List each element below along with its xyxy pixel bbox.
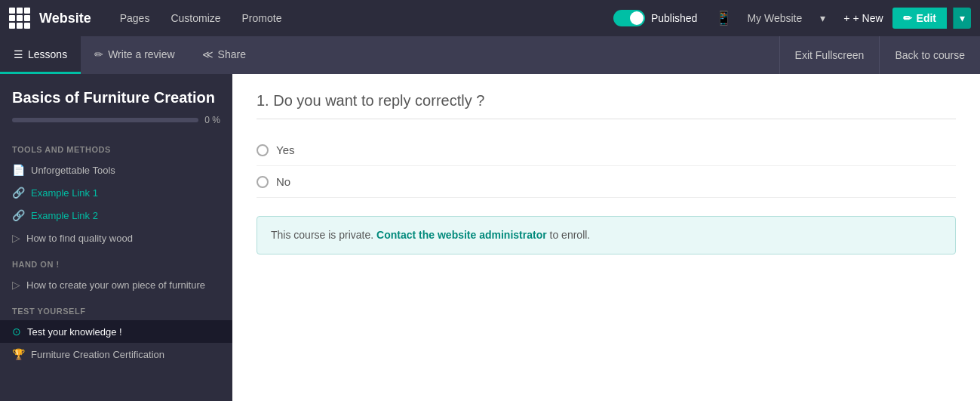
private-notice-text-after: to enroll.	[547, 229, 591, 241]
trophy-icon: 🏆	[12, 348, 25, 360]
edit-label: Edit	[917, 12, 936, 24]
sidebar: Basics of Furniture Creation 0 % TOOLS A…	[0, 74, 232, 401]
exit-fullscreen-label: Exit Fullscreen	[795, 49, 865, 61]
contact-admin-link[interactable]: Contact the website administrator	[376, 229, 547, 241]
tab-share-label: Share	[218, 48, 246, 60]
tab-lessons[interactable]: ☰ Lessons	[0, 36, 81, 74]
item-label: Example Link 1	[31, 187, 98, 199]
published-toggle-group: Published	[613, 10, 698, 26]
item-label: Unforgettable Tools	[31, 165, 115, 176]
secondary-nav-tabs: ☰ Lessons ✏ Write a review ≪ Share	[0, 36, 260, 74]
progress-bar-background	[12, 118, 198, 122]
new-label: + New	[853, 12, 883, 24]
sidebar-item-how-to-create-furniture[interactable]: ▷ How to create your own piece of furnit…	[0, 273, 232, 296]
sidebar-item-example-link-2[interactable]: 🔗 Example Link 2	[0, 204, 232, 227]
private-notice: This course is private. Contact the webs…	[257, 216, 956, 254]
question-body-text: Do you want to reply correctly ?	[273, 92, 484, 109]
my-website-chevron-icon[interactable]: ▾	[820, 12, 825, 24]
back-to-course-label: Back to course	[895, 49, 965, 61]
nav-links: Pages Customize Promote	[109, 0, 293, 36]
item-label: Example Link 2	[31, 210, 98, 221]
document-icon: 📄	[12, 164, 25, 176]
main-layout: Basics of Furniture Creation 0 % TOOLS A…	[0, 74, 980, 401]
quiz-icon: ⊙	[12, 325, 21, 338]
published-label: Published	[651, 12, 698, 24]
link-icon: 🔗	[12, 209, 25, 221]
device-icon[interactable]: 📱	[715, 10, 732, 26]
sidebar-item-furniture-certification[interactable]: 🏆 Furniture Creation Certification	[0, 343, 232, 366]
content-area: 1. Do you want to reply correctly ? Yes …	[232, 74, 980, 401]
nav-pages[interactable]: Pages	[109, 0, 161, 36]
nav-customize[interactable]: Customize	[160, 0, 231, 36]
back-to-course-button[interactable]: Back to course	[879, 36, 980, 74]
item-label: How to create your own piece of furnitur…	[26, 279, 205, 291]
section-label-tools: TOOLS AND METHODS	[0, 134, 232, 159]
new-button[interactable]: + + New	[843, 12, 883, 24]
radio-no[interactable]	[257, 176, 269, 188]
question-text: 1. Do you want to reply correctly ?	[257, 92, 956, 119]
menu-icon: ☰	[14, 48, 23, 60]
tab-lessons-label: Lessons	[28, 48, 67, 60]
answer-option-no[interactable]: No	[257, 166, 956, 198]
nav-promote[interactable]: Promote	[232, 0, 293, 36]
section-label-hand-on: HAND ON !	[0, 249, 232, 273]
top-navigation: Website Pages Customize Promote Publishe…	[0, 0, 980, 36]
brand-name: Website	[39, 11, 91, 26]
play-icon: ▷	[12, 232, 20, 244]
share-icon: ≪	[202, 48, 214, 60]
item-label: How to find quality wood	[26, 233, 133, 244]
exit-fullscreen-button[interactable]: Exit Fullscreen	[779, 36, 880, 74]
play-icon: ▷	[12, 279, 20, 291]
secondary-nav-right: Exit Fullscreen Back to course	[779, 36, 980, 74]
progress-percentage: 0 %	[204, 115, 220, 125]
answer-yes-label: Yes	[276, 143, 294, 156]
radio-yes[interactable]	[257, 144, 269, 156]
question-number: 1.	[257, 92, 269, 109]
sidebar-item-test-your-knowledge[interactable]: ⊙ Test your knowledge !	[0, 320, 232, 343]
edit-button[interactable]: ✏ Edit	[892, 8, 947, 29]
private-notice-text-before: This course is private.	[271, 229, 376, 241]
secondary-navigation: ☰ Lessons ✏ Write a review ≪ Share Exit …	[0, 36, 980, 74]
my-website-dropdown[interactable]: My Website	[747, 12, 802, 24]
item-label: Test your knowledge !	[27, 326, 122, 338]
sidebar-item-how-to-find-wood[interactable]: ▷ How to find quality wood	[0, 227, 232, 249]
plus-icon: +	[843, 12, 849, 24]
sidebar-item-example-link-1[interactable]: 🔗 Example Link 1	[0, 181, 232, 204]
answer-option-yes[interactable]: Yes	[257, 134, 956, 166]
published-toggle[interactable]	[613, 10, 645, 26]
pencil-icon: ✏	[94, 48, 103, 60]
edit-dropdown-button[interactable]: ▾	[953, 8, 971, 29]
item-label: Furniture Creation Certification	[31, 349, 164, 360]
section-label-test-yourself: TEST YOURSELF	[0, 296, 232, 320]
tab-write-review[interactable]: ✏ Write a review	[81, 36, 188, 74]
tab-share[interactable]: ≪ Share	[189, 36, 260, 74]
answer-no-label: No	[276, 175, 290, 188]
tab-write-review-label: Write a review	[108, 48, 174, 60]
course-title: Basics of Furniture Creation	[0, 74, 232, 112]
pencil-icon: ✏	[903, 12, 912, 24]
sidebar-item-unforgettable-tools[interactable]: 📄 Unforgettable Tools	[0, 159, 232, 181]
question-block: 1. Do you want to reply correctly ? Yes …	[257, 92, 956, 198]
apps-icon[interactable]	[9, 8, 30, 29]
link-icon: 🔗	[12, 187, 25, 199]
progress-bar-container: 0 %	[0, 112, 232, 134]
